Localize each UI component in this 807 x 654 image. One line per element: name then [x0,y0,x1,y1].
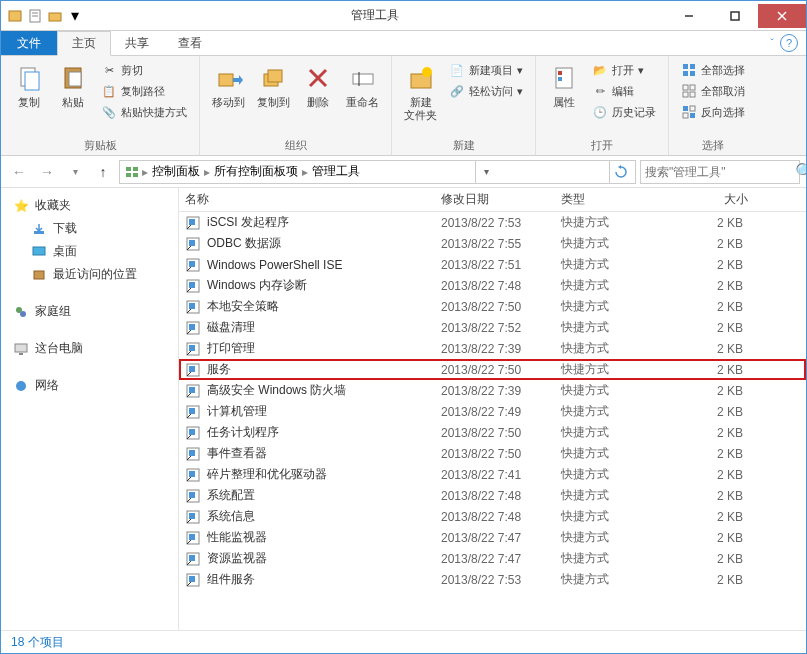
ribbon-collapse-icon[interactable]: ˇ [770,37,774,49]
file-name: 打印管理 [207,340,255,357]
file-row[interactable]: 本地安全策略2013/8/22 7:50快捷方式2 KB [179,296,806,317]
easyaccess-button[interactable]: 🔗轻松访问 ▾ [445,81,527,101]
copyto-button[interactable]: 复制到 [253,60,294,111]
sidebar-item-recent[interactable]: 最近访问的位置 [1,263,178,286]
file-row[interactable]: 系统配置2013/8/22 7:48快捷方式2 KB [179,485,806,506]
chevron-right-icon[interactable]: ▸ [204,165,210,179]
tab-view[interactable]: 查看 [164,31,217,55]
properties-button[interactable]: 属性 [544,60,584,111]
rename-button[interactable]: 重命名 [342,60,383,111]
sidebar-item-favorites[interactable]: ⭐收藏夹 [1,194,178,217]
file-date: 2013/8/22 7:39 [435,342,555,356]
tab-share[interactable]: 共享 [111,31,164,55]
close-button[interactable] [758,4,806,28]
svg-rect-82 [189,555,195,561]
newitem-icon: 📄 [449,62,465,78]
svg-point-21 [422,67,432,77]
open-button[interactable]: 📂打开 ▾ [588,60,660,80]
maximize-button[interactable] [712,4,758,28]
file-row[interactable]: 性能监视器2013/8/22 7:47快捷方式2 KB [179,527,806,548]
svg-rect-76 [189,492,195,498]
forward-button[interactable]: → [35,160,59,184]
file-row[interactable]: 服务2013/8/22 7:50快捷方式2 KB [179,359,806,380]
search-input[interactable] [645,165,795,179]
file-date: 2013/8/22 7:55 [435,237,555,251]
file-row[interactable]: iSCSI 发起程序2013/8/22 7:53快捷方式2 KB [179,212,806,233]
file-name: iSCSI 发起程序 [207,214,289,231]
column-type[interactable]: 类型 [555,191,675,208]
file-row[interactable]: 系统信息2013/8/22 7:48快捷方式2 KB [179,506,806,527]
column-date[interactable]: 修改日期 [435,191,555,208]
sidebar-item-network[interactable]: 网络 [1,374,178,397]
history-button[interactable]: 🕒历史记录 [588,102,660,122]
chevron-right-icon[interactable]: ▸ [142,165,148,179]
moveto-button[interactable]: 移动到 [208,60,249,111]
edit-button[interactable]: ✏编辑 [588,81,660,101]
file-date: 2013/8/22 7:41 [435,468,555,482]
file-size: 2 KB [675,384,755,398]
newitem-button[interactable]: 📄新建项目 ▾ [445,60,527,80]
breadcrumb-admintools[interactable]: 管理工具 [310,163,362,180]
sidebar-item-downloads[interactable]: 下载 [1,217,178,240]
help-button[interactable]: ? [780,34,798,52]
recent-locations-button[interactable]: ▾ [63,160,87,184]
tab-file[interactable]: 文件 [1,31,57,55]
qat-properties-icon[interactable] [27,8,43,24]
sidebar-item-homegroup[interactable]: 家庭组 [1,300,178,323]
chevron-right-icon[interactable]: ▸ [302,165,308,179]
breadcrumb-controlpanel[interactable]: 控制面板 [150,163,202,180]
file-size: 2 KB [675,510,755,524]
breadcrumb-dropdown[interactable]: ▾ [475,161,497,183]
svg-rect-39 [126,173,131,177]
shortcut-icon [185,383,201,399]
file-row[interactable]: ODBC 数据源2013/8/22 7:55快捷方式2 KB [179,233,806,254]
file-row[interactable]: 打印管理2013/8/22 7:39快捷方式2 KB [179,338,806,359]
search-icon[interactable]: 🔍 [795,162,807,181]
file-type: 快捷方式 [555,256,675,273]
delete-button[interactable]: 删除 [298,60,338,111]
file-row[interactable]: 计算机管理2013/8/22 7:49快捷方式2 KB [179,401,806,422]
file-size: 2 KB [675,426,755,440]
paste-button[interactable]: 粘贴 [53,60,93,111]
invertselect-icon [681,104,697,120]
pasteshortcut-button[interactable]: 📎粘贴快捷方式 [97,102,191,122]
column-size[interactable]: 大小 [675,191,755,208]
file-type: 快捷方式 [555,361,675,378]
file-name: 性能监视器 [207,529,267,546]
breadcrumb-allitems[interactable]: 所有控制面板项 [212,163,300,180]
copypath-button[interactable]: 📋复制路径 [97,81,191,101]
file-row[interactable]: 碎片整理和优化驱动器2013/8/22 7:41快捷方式2 KB [179,464,806,485]
back-button[interactable]: ← [7,160,31,184]
file-row[interactable]: 组件服务2013/8/22 7:53快捷方式2 KB [179,569,806,590]
refresh-button[interactable] [609,161,631,183]
file-row[interactable]: Windows PowerShell ISE2013/8/22 7:51快捷方式… [179,254,806,275]
ribbon-tabs: 文件 主页 共享 查看 ˇ ? [1,31,806,56]
sidebar-item-desktop[interactable]: 桌面 [1,240,178,263]
breadcrumb[interactable]: ▸ 控制面板 ▸ 所有控制面板项 ▸ 管理工具 ▾ [119,160,636,184]
sidebar-item-thispc[interactable]: 这台电脑 [1,337,178,360]
rename-icon [347,62,379,94]
invertselect-button[interactable]: 反向选择 [677,102,749,122]
tab-home[interactable]: 主页 [57,31,111,56]
svg-rect-27 [683,71,688,76]
file-list: 名称 修改日期 类型 大小 iSCSI 发起程序2013/8/22 7:53快捷… [179,188,806,630]
qat-dropdown-icon[interactable]: ▾ [67,8,83,24]
selectall-button[interactable]: 全部选择 [677,60,749,80]
file-row[interactable]: Windows 内存诊断2013/8/22 7:48快捷方式2 KB [179,275,806,296]
file-type: 快捷方式 [555,508,675,525]
copy-button[interactable]: 复制 [9,60,49,111]
file-row[interactable]: 事件查看器2013/8/22 7:50快捷方式2 KB [179,443,806,464]
file-row[interactable]: 高级安全 Windows 防火墙2013/8/22 7:39快捷方式2 KB [179,380,806,401]
search-box[interactable]: 🔍 [640,160,800,184]
minimize-button[interactable] [666,4,712,28]
file-row[interactable]: 任务计划程序2013/8/22 7:50快捷方式2 KB [179,422,806,443]
file-row[interactable]: 磁盘清理2013/8/22 7:52快捷方式2 KB [179,317,806,338]
newfolder-button[interactable]: 新建 文件夹 [400,60,441,124]
selectnone-button[interactable]: 全部取消 [677,81,749,101]
up-button[interactable]: ↑ [91,160,115,184]
svg-rect-50 [189,219,195,225]
qat-newfolder-icon[interactable] [47,8,63,24]
file-row[interactable]: 资源监视器2013/8/22 7:47快捷方式2 KB [179,548,806,569]
column-name[interactable]: 名称 [179,191,435,208]
cut-button[interactable]: ✂剪切 [97,60,191,80]
